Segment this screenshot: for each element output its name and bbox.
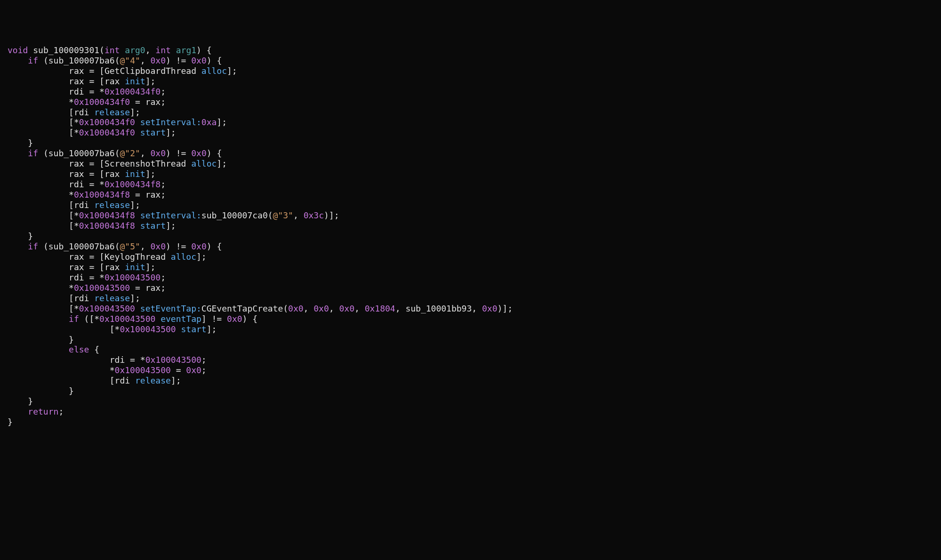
code-line: [rdi release]; — [8, 107, 140, 117]
code-block: void sub_100009301(int arg0, int arg1) {… — [8, 45, 933, 427]
code-line: rax = [rax init]; — [8, 76, 155, 86]
code-line: [*0x1000434f0 setInterval:0xa]; — [8, 117, 227, 127]
code-line: } — [8, 138, 33, 148]
code-line: [*0x1000434f8 setInterval:sub_100007ca0(… — [8, 210, 339, 220]
code-line: rax = [GetClipboardThread alloc]; — [8, 66, 237, 76]
code-line: *0x1000434f0 = rax; — [8, 97, 166, 107]
code-line: } — [8, 231, 33, 241]
code-line: [rdi release]; — [8, 200, 140, 210]
code-line: if ([*0x100043500 eventTap] != 0x0) { — [8, 314, 257, 324]
code-line: if (sub_100007ba6(@"4", 0x0) != 0x0) { — [8, 56, 222, 65]
code-line: [*0x100043500 start]; — [8, 324, 217, 334]
code-line: [*0x1000434f0 start]; — [8, 128, 176, 137]
code-line: *0x100043500 = rax; — [8, 283, 166, 293]
code-line: rdi = *0x1000434f0; — [8, 87, 166, 96]
code-line: } — [8, 396, 33, 406]
code-line: return; — [8, 407, 64, 416]
code-line: } — [8, 417, 13, 427]
code-line: if (sub_100007ba6(@"5", 0x0) != 0x0) { — [8, 241, 222, 251]
code-line: rax = [rax init]; — [8, 169, 155, 179]
code-line: rdi = *0x100043500; — [8, 272, 166, 282]
code-line: void sub_100009301(int arg0, int arg1) { — [8, 45, 212, 55]
code-line: rax = [rax init]; — [8, 262, 155, 272]
code-line: rdi = *0x1000434f8; — [8, 179, 166, 189]
code-line: *0x1000434f8 = rax; — [8, 190, 166, 200]
code-line: [rdi release]; — [8, 293, 140, 303]
code-line: else { — [8, 344, 99, 354]
code-line: rax = [ScreenshotThread alloc]; — [8, 159, 227, 168]
code-line: rdi = *0x100043500; — [8, 355, 207, 365]
code-line: } — [8, 386, 74, 396]
code-line: } — [8, 335, 74, 344]
code-line: [*0x100043500 setEventTap:CGEventTapCrea… — [8, 304, 513, 313]
code-line: if (sub_100007ba6(@"2", 0x0) != 0x0) { — [8, 148, 222, 158]
code-line: *0x100043500 = 0x0; — [8, 365, 207, 375]
code-line: [*0x1000434f8 start]; — [8, 221, 176, 231]
code-line: rax = [KeylogThread alloc]; — [8, 252, 207, 262]
code-line: [rdi release]; — [8, 376, 181, 385]
